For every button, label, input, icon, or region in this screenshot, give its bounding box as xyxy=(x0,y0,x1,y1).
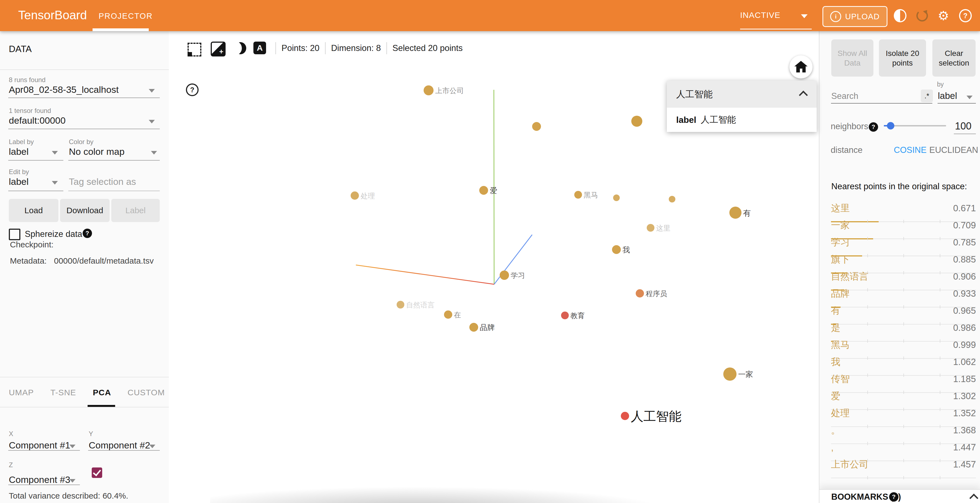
scatter-point[interactable] xyxy=(631,116,642,127)
chevron-down-icon[interactable] xyxy=(801,14,808,18)
load-button[interactable]: Load xyxy=(9,199,58,222)
scatter-point[interactable] xyxy=(500,271,509,280)
scatter-point[interactable] xyxy=(574,191,582,199)
scatter-point[interactable] xyxy=(469,323,478,332)
nearest-word[interactable]: 上市公司 xyxy=(831,458,869,471)
nearest-row[interactable]: 是0.986 xyxy=(831,322,976,334)
upload-button[interactable]: i UPLOAD xyxy=(822,6,888,27)
sphereize-checkbox[interactable] xyxy=(9,229,21,240)
scatter-point[interactable] xyxy=(479,186,488,195)
nearest-word[interactable]: , xyxy=(831,442,834,453)
nearest-word[interactable]: 自然语言 xyxy=(831,270,869,283)
tab-umap[interactable]: UMAP xyxy=(9,388,34,397)
nearest-word[interactable]: 处理 xyxy=(831,407,850,420)
component-y-dropdown[interactable]: Component #2 xyxy=(89,440,150,450)
nearest-word[interactable]: 。 xyxy=(831,424,840,437)
nearest-row[interactable]: 自然语言0.906 xyxy=(831,271,976,283)
chevron-down-icon[interactable] xyxy=(149,89,155,92)
tensor-dropdown[interactable]: default:00000 xyxy=(9,115,65,126)
night-mode-icon[interactable] xyxy=(234,41,247,55)
chevron-down-icon[interactable] xyxy=(52,151,58,154)
bookmarks-help-icon[interactable]: ? xyxy=(889,492,899,501)
scatter-point[interactable] xyxy=(397,301,404,309)
chevron-up-icon[interactable] xyxy=(799,91,808,100)
scatter-point[interactable] xyxy=(669,196,675,202)
selected-scatter-point[interactable] xyxy=(621,412,629,420)
tab-projector[interactable]: PROJECTOR xyxy=(99,11,153,21)
invert-colors-icon[interactable] xyxy=(211,41,226,56)
nearest-word[interactable]: 这里 xyxy=(831,202,850,215)
plot-help-icon[interactable]: ? xyxy=(186,83,199,96)
nearest-row[interactable]: 传智1.185 xyxy=(831,373,976,385)
edit-by-dropdown[interactable]: label xyxy=(9,176,29,187)
nearest-row[interactable]: 爱1.302 xyxy=(831,390,976,402)
nearest-row[interactable]: 品牌0.933 xyxy=(831,288,976,300)
nearest-row[interactable]: 有0.965 xyxy=(831,305,976,317)
tag-selection-input[interactable]: Tag selection as xyxy=(69,176,136,187)
tab-custom[interactable]: CUSTOM xyxy=(127,388,165,397)
scatter-point[interactable] xyxy=(613,194,620,201)
z-enabled-checkbox[interactable] xyxy=(92,468,102,478)
chevron-down-icon[interactable] xyxy=(52,181,58,185)
chevron-down-icon[interactable] xyxy=(151,151,157,154)
download-button[interactable]: Download xyxy=(60,199,110,222)
sphereize-help-icon[interactable]: ? xyxy=(83,229,92,238)
nearest-row[interactable]: 处理1.352 xyxy=(831,407,976,419)
bookmarks-panel[interactable]: BOOKMARKS (0) ? xyxy=(819,489,980,503)
brightness-icon[interactable] xyxy=(894,10,907,22)
reset-view-home-button[interactable] xyxy=(789,56,813,78)
nearest-word[interactable]: 有 xyxy=(831,304,840,317)
nearest-word[interactable]: 旗下 xyxy=(831,253,850,266)
point-label: 自然语言 xyxy=(406,300,434,310)
scatter-point[interactable] xyxy=(351,191,359,200)
refresh-icon[interactable] xyxy=(916,10,929,22)
app-title: TensorBoard xyxy=(18,8,87,22)
chevron-down-icon[interactable] xyxy=(149,445,155,448)
nearest-word[interactable]: 我 xyxy=(831,356,840,368)
component-z-dropdown[interactable]: Component #3 xyxy=(9,474,70,485)
nearest-word[interactable]: 一家 xyxy=(831,219,850,232)
scatter-point[interactable] xyxy=(532,122,541,131)
status-dropdown[interactable]: INACTIVE xyxy=(740,11,780,20)
nearest-word[interactable]: 学习 xyxy=(831,236,850,249)
scatter-point[interactable] xyxy=(647,224,654,232)
search-query-header[interactable]: 人工智能 xyxy=(667,81,817,108)
search-result-item[interactable]: label 人工智能 xyxy=(667,108,817,132)
labels-icon[interactable]: A xyxy=(253,41,266,54)
label-button[interactable]: Label xyxy=(111,199,160,222)
nearest-row[interactable]: ,1.447 xyxy=(831,441,976,454)
nearest-row[interactable]: 我1.062 xyxy=(831,356,976,368)
nearest-word[interactable]: 黑马 xyxy=(831,339,850,351)
nearest-word[interactable]: 爱 xyxy=(831,390,840,403)
run-dropdown[interactable]: Apr08_02-58-35_localhost xyxy=(9,84,119,95)
nearest-row[interactable]: 旗下0.885 xyxy=(831,253,976,266)
scatter-point[interactable] xyxy=(729,207,741,219)
color-by-dropdown[interactable]: No color map xyxy=(69,146,124,157)
scatter-point[interactable] xyxy=(561,312,569,319)
nearest-row[interactable]: 上市公司1.457 xyxy=(831,458,976,471)
label-by-dropdown[interactable]: label xyxy=(9,146,29,157)
settings-gear-icon[interactable]: ⚙ xyxy=(937,10,950,22)
nearest-row[interactable]: 这里0.671 xyxy=(831,202,976,214)
scatter-point[interactable] xyxy=(723,368,737,381)
nearest-row[interactable]: 一家0.709 xyxy=(831,219,976,231)
chevron-down-icon[interactable] xyxy=(69,479,75,482)
tab-pca[interactable]: PCA xyxy=(93,388,111,397)
nearest-row[interactable]: 。1.368 xyxy=(831,424,976,436)
tab-tsne[interactable]: T-SNE xyxy=(50,388,76,397)
scatter-point[interactable] xyxy=(444,310,452,319)
box-select-icon[interactable] xyxy=(188,43,201,56)
help-icon[interactable]: ? xyxy=(959,10,972,22)
nearest-word[interactable]: 品牌 xyxy=(831,287,850,300)
scatter-point[interactable] xyxy=(612,245,621,254)
nearest-word[interactable]: 是 xyxy=(831,322,840,334)
scatter-point[interactable] xyxy=(636,289,644,298)
chevron-down-icon[interactable] xyxy=(69,445,75,448)
component-x-dropdown[interactable]: Component #1 xyxy=(9,440,70,450)
nearest-row[interactable]: 黑马0.999 xyxy=(831,339,976,351)
nearest-row[interactable]: 学习0.785 xyxy=(831,236,976,248)
chevron-down-icon[interactable] xyxy=(149,120,155,123)
nearest-word[interactable]: 传智 xyxy=(831,373,850,385)
chevron-up-icon[interactable] xyxy=(969,493,978,503)
scatter-point[interactable] xyxy=(424,85,434,95)
